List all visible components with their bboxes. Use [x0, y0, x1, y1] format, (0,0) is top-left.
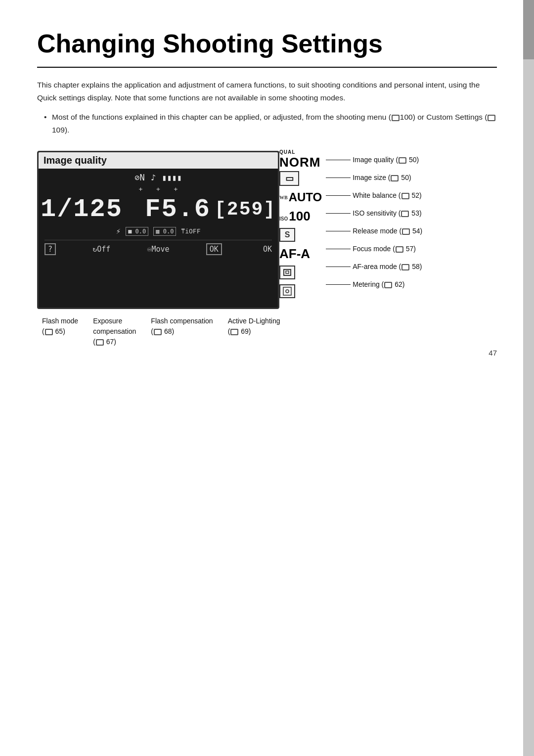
lcd-main-display: 1/125 F5.6 [259]	[44, 197, 272, 222]
flash-comp-ref: ( 68)	[151, 326, 213, 337]
lcd-nav-row: ? ↻Off ♾Move OK OK	[44, 240, 272, 255]
book-icon	[391, 175, 399, 181]
metering-icon	[282, 286, 292, 296]
image-size-indicator: ▭	[279, 171, 299, 186]
off-button: ↻Off	[92, 245, 110, 254]
scrollbar-track[interactable]	[523, 0, 534, 756]
lcd-header-icons: ⊘N ♪ ▮▮▮▮	[44, 173, 272, 182]
iso-value: 100	[289, 209, 310, 224]
callout-line	[326, 160, 351, 161]
help-button[interactable]: ?	[44, 243, 56, 255]
release-mode-row: S	[279, 226, 295, 244]
callout-af-area-text: AF-area mode ( 58)	[353, 263, 422, 270]
flash-symbol: ⚡	[116, 226, 121, 236]
wb-value: AUTO	[289, 190, 322, 204]
diagram-top: Image quality ⊘N ♪ ▮▮▮▮ + + +	[37, 151, 422, 309]
book-icon	[401, 193, 409, 199]
callout-iso-text: ISO sensitivity ( 53)	[353, 209, 421, 217]
focus-mode-value: AF-A	[279, 246, 310, 262]
svg-point-3	[286, 290, 289, 293]
exp-comp-display: ■ 0.0	[126, 227, 148, 236]
book-icon	[154, 329, 162, 335]
lcd-adjust-row: + + +	[44, 185, 272, 193]
callout-line	[326, 178, 351, 178]
book-icon-ref2	[488, 115, 495, 121]
flash-mode-label: Flash mode	[42, 316, 78, 326]
flash-mode-ref: ( 65)	[42, 326, 78, 337]
d-lighting-display: ⍑iOFF	[181, 227, 200, 235]
wb-label: WB	[279, 195, 288, 200]
callout-lines-column: Image quality ( 50) Image size ( 50) Whi…	[326, 151, 422, 293]
book-icon	[384, 282, 392, 288]
callout-line	[326, 284, 351, 285]
bullet-list: Most of the functions explained in this …	[44, 111, 497, 136]
book-icon	[45, 329, 53, 335]
aperture: F5.6	[145, 197, 211, 222]
callout-metering: Metering ( 62)	[326, 275, 422, 293]
exposure-value: [259]	[215, 200, 276, 219]
book-icon-ref1	[392, 115, 400, 121]
ok-button[interactable]: OK	[206, 243, 222, 255]
af-area-row	[279, 264, 295, 281]
callout-image-size-text: Image size ( 50)	[353, 174, 411, 181]
lcd-quality-header: Image quality	[39, 152, 278, 169]
title-divider	[37, 67, 497, 68]
book-icon	[399, 157, 406, 164]
svg-rect-0	[284, 269, 291, 275]
active-dlighting-label: Active D-Lighting	[228, 316, 280, 326]
page-title: Changing Shooting Settings	[37, 30, 497, 58]
flash-comp-display: ▦ 0.0	[153, 227, 176, 236]
callout-af-area: AF-area mode ( 58)	[326, 258, 422, 275]
right-panel: QUAL NORM ▭ WB AUTO	[279, 151, 422, 300]
exposure-comp-annotation: Exposure compensation ( 67)	[93, 316, 136, 347]
exposure-comp-label: Exposure	[93, 316, 136, 326]
flash-comp-annotation: Flash compensation ( 68)	[151, 316, 213, 347]
page-container: Changing Shooting Settings This chapter …	[0, 0, 534, 377]
callout-line	[326, 213, 351, 214]
callout-image-size: Image size ( 50)	[326, 169, 422, 186]
callout-line	[326, 195, 351, 196]
callout-white-balance-text: White balance ( 52)	[353, 191, 421, 199]
callout-release-mode: Release mode ( 54)	[326, 222, 422, 240]
release-mode-indicator: S	[279, 228, 295, 242]
callout-metering-text: Metering ( 62)	[353, 280, 404, 288]
qual-value: NORM	[279, 155, 320, 170]
iso-block: ISO 100	[279, 209, 311, 224]
iso-label: ISO	[279, 216, 288, 222]
callout-focus-mode: Focus mode ( 57)	[326, 240, 422, 258]
book-icon	[402, 228, 410, 235]
svg-rect-1	[286, 271, 289, 273]
bottom-annotations: Flash mode ( 65) Exposure compensation (…	[42, 316, 280, 347]
qual-norm-row: QUAL NORM	[279, 151, 320, 169]
af-area-icon	[282, 268, 292, 276]
flash-mode-annotation: Flash mode ( 65)	[42, 316, 78, 347]
white-balance-row: WB AUTO	[279, 188, 322, 206]
book-icon	[401, 264, 409, 270]
book-icon	[96, 339, 104, 346]
callout-line	[326, 267, 351, 267]
callout-image-quality-text: Image quality ( 50)	[353, 156, 419, 164]
exposure-comp-ref: ( 67)	[93, 337, 136, 347]
callout-release-mode-text: Release mode ( 54)	[353, 227, 422, 235]
image-size-row: ▭	[279, 170, 299, 187]
book-icon	[396, 246, 403, 253]
callout-line	[326, 231, 351, 232]
diagram-wrapper: Image quality ⊘N ♪ ▮▮▮▮ + + +	[37, 151, 497, 347]
svg-rect-2	[283, 287, 291, 295]
move-button: ♾Move	[147, 245, 169, 254]
book-icon	[230, 329, 238, 335]
book-icon	[401, 211, 409, 217]
intro-paragraph: This chapter explains the application an…	[37, 79, 497, 104]
page-number: 47	[489, 349, 497, 357]
iso-row: ISO 100	[279, 207, 311, 225]
callout-line	[326, 249, 351, 250]
qual-label: QUAL	[279, 149, 295, 155]
focus-mode-row: AF-A	[279, 245, 310, 263]
callout-focus-mode-text: Focus mode ( 57)	[353, 245, 416, 253]
af-area-indicator	[279, 266, 295, 279]
active-dlighting-annotation: Active D-Lighting ( 69)	[228, 316, 280, 347]
active-dlighting-ref: ( 69)	[228, 326, 280, 337]
scrollbar-thumb[interactable]	[523, 0, 534, 59]
callout-image-quality: Image quality ( 50)	[326, 151, 422, 169]
flash-comp-label: Flash compensation	[151, 316, 213, 326]
